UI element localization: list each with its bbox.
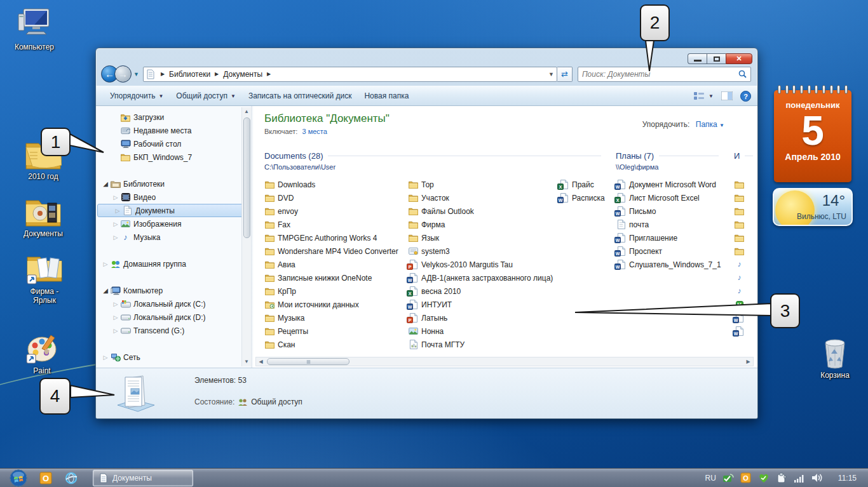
window-titlebar[interactable]: ✕ (96, 48, 757, 65)
action-center-icon[interactable] (776, 472, 787, 484)
preview-pane-button[interactable] (721, 91, 733, 100)
file-item-авиа[interactable]: Авиа (264, 258, 405, 271)
expand-icon[interactable]: ▷ (101, 354, 110, 361)
tree-item-документы[interactable]: ▷Документы (97, 204, 250, 217)
expand-icon[interactable]: ▷ (111, 314, 120, 321)
file-item-адв-1-анкета-застрахованного-лица-[interactable]: WАДВ-1(анкета застрахованного лица) (408, 271, 555, 284)
breadcrumb-libraries[interactable]: Библиотеки (169, 70, 210, 79)
collapse-icon[interactable]: ◢ (101, 287, 110, 294)
weather-gadget[interactable]: 14° Вильнюс, LTU (773, 188, 853, 226)
forward-button[interactable]: → (114, 65, 132, 83)
arrange-by-control[interactable]: Упорядочить: Папка ▼ (642, 120, 724, 129)
outlook-tray-icon[interactable]: O (740, 472, 752, 484)
close-button[interactable]: ✕ (726, 53, 752, 64)
taskbar-button-documents[interactable]: Документы (93, 470, 193, 486)
recycle-bin[interactable]: Корзина (806, 333, 864, 380)
expand-icon[interactable]: ▷ (101, 261, 110, 267)
file-item-fax[interactable]: Fax (264, 218, 405, 231)
scroll-left-icon[interactable]: ◀ (256, 359, 266, 364)
file-item-почта[interactable]: почта (616, 218, 743, 231)
file-item-clipped[interactable] (734, 191, 749, 204)
expand-icon[interactable]: ▷ (111, 301, 120, 307)
file-item-мои-источники-данных[interactable]: Мои источники данных (264, 298, 405, 311)
language-indicator[interactable]: RU (705, 474, 716, 483)
expand-icon[interactable]: ▷ (113, 208, 122, 214)
volume-icon[interactable] (811, 472, 823, 484)
file-item-документ-microsoft-word[interactable]: WДокумент Microsoft Word (616, 178, 743, 191)
search-input[interactable]: Поиск: Документы (578, 67, 751, 82)
calendar-gadget[interactable]: понедельник 5 Апрель 2010 (774, 90, 851, 182)
recent-pages-dropdown-icon[interactable]: ▼ (133, 71, 139, 77)
tree-item-загрузки[interactable]: Загрузки (96, 110, 251, 124)
file-item-расписка[interactable]: WРасписка (559, 191, 617, 204)
file-item-нонна[interactable]: Нонна (408, 324, 555, 338)
file-item-весна-2010[interactable]: Xвесна 2010 (408, 284, 555, 298)
expand-icon[interactable]: ▷ (111, 194, 120, 201)
file-item-рецепты[interactable]: Рецепты (264, 324, 405, 338)
file-item-envoy[interactable]: envoy (264, 204, 405, 218)
views-button[interactable]: ▼ (694, 91, 714, 100)
group-header[interactable]: И (734, 151, 753, 161)
tree-scrollbar[interactable]: ▲ ▼ (241, 107, 251, 366)
tree-item-домашняя-группа[interactable]: ▷Домашняя группа (96, 257, 251, 270)
file-item-system3[interactable]: system3 (408, 244, 555, 258)
search-icon[interactable] (738, 70, 747, 78)
desktop-icon-paint-shortcut[interactable]: Paint (13, 329, 71, 375)
network-signal-icon[interactable] (794, 472, 805, 484)
tree-item-бкп-windows-7[interactable]: БКП_Windows_7 (96, 150, 251, 164)
file-item-скан[interactable]: Скан (264, 338, 405, 351)
tree-item-рабочий-стол[interactable]: Рабочий стол (96, 137, 251, 150)
tree-item-сеть[interactable]: ▷Сеть (96, 350, 251, 364)
tree-item-музыка[interactable]: ▷♪Музыка (96, 230, 251, 244)
file-item-clipped[interactable]: W (734, 311, 749, 324)
group-header[interactable]: Documents (28) (264, 151, 601, 161)
file-item-clipped[interactable] (734, 178, 749, 191)
address-dropdown-icon[interactable]: ▼ (548, 71, 554, 77)
sync-tray-icon[interactable] (722, 472, 734, 484)
file-item-участок[interactable]: Участок (408, 191, 555, 204)
tree-item-библиотеки[interactable]: ◢Библиотеки (96, 177, 251, 190)
arrange-value[interactable]: Папка (696, 120, 717, 129)
horizontal-scrollbar-thumb[interactable] (267, 358, 349, 365)
includes-link[interactable]: 3 места (302, 128, 327, 135)
file-item-фирма[interactable]: Фирма (408, 218, 555, 231)
file-item-clipped[interactable]: ♪ (734, 258, 749, 271)
health-tray-icon[interactable] (758, 472, 770, 484)
tree-item-transcend-g-[interactable]: ▷Transcend (G:) (96, 324, 251, 337)
file-item-dvd[interactable]: DVD (264, 191, 405, 204)
file-item-clipped[interactable] (734, 231, 749, 244)
organize-button[interactable]: Упорядочить ▼ (104, 88, 170, 103)
file-item-записные-книжки-onenote[interactable]: Записные книжки OneNote (264, 271, 405, 284)
tree-item-недавние-места[interactable]: Недавние места (96, 124, 251, 137)
expand-icon[interactable]: ▷ (111, 328, 120, 334)
maximize-button[interactable] (707, 53, 726, 64)
file-item-wondershare-mp4-video-converter[interactable]: Wondershare MP4 Video Converter (264, 244, 405, 258)
file-item-музыка[interactable]: Музыка (264, 311, 405, 324)
outlook-quicklaunch-icon[interactable]: O (38, 470, 53, 486)
file-item-язык[interactable]: Язык (408, 231, 555, 244)
breadcrumb-documents[interactable]: Документы (223, 70, 262, 79)
start-button[interactable] (9, 469, 28, 487)
file-item-файлы-outlook[interactable]: Файлы Outlook (408, 204, 555, 218)
file-item-clipped[interactable] (734, 218, 749, 231)
new-folder-button[interactable]: Новая папка (358, 88, 415, 103)
file-item-clipped[interactable] (734, 244, 749, 258)
file-item-clipped[interactable]: ♪ (734, 271, 749, 284)
taskbar-clock[interactable]: 11:15 (838, 474, 857, 483)
tree-item-локальный-диск-c-[interactable]: ▷Локальный диск (C:) (96, 297, 251, 310)
tree-item-видео[interactable]: ▷Видео (96, 190, 251, 204)
file-item-tmpgenc-authoring-works-4[interactable]: TMPGEnc Authoring Works 4 (264, 231, 405, 244)
file-item-downloads[interactable]: Downloads (264, 178, 405, 191)
help-button[interactable]: ? (740, 91, 751, 102)
share-button[interactable]: Общий доступ ▼ (170, 88, 242, 103)
desktop-icon-computer-desktop[interactable]: Компьютер (5, 5, 64, 51)
collapse-icon[interactable]: ◢ (101, 180, 110, 187)
address-bar[interactable]: ▶ Библиотеки ▶ Документы ▶ ▼ (143, 67, 557, 82)
expand-icon[interactable]: ▷ (111, 221, 120, 227)
file-item-clipped[interactable]: H (734, 298, 749, 311)
file-item-почта-мгту[interactable]: Почта МГТУ (408, 338, 555, 351)
group-header[interactable]: Планы (7) (616, 151, 719, 161)
file-item-приглашение[interactable]: WПриглашение (616, 231, 743, 244)
file-item-проспект[interactable]: WПроспект (616, 244, 743, 258)
expand-icon[interactable]: ▷ (111, 234, 120, 241)
